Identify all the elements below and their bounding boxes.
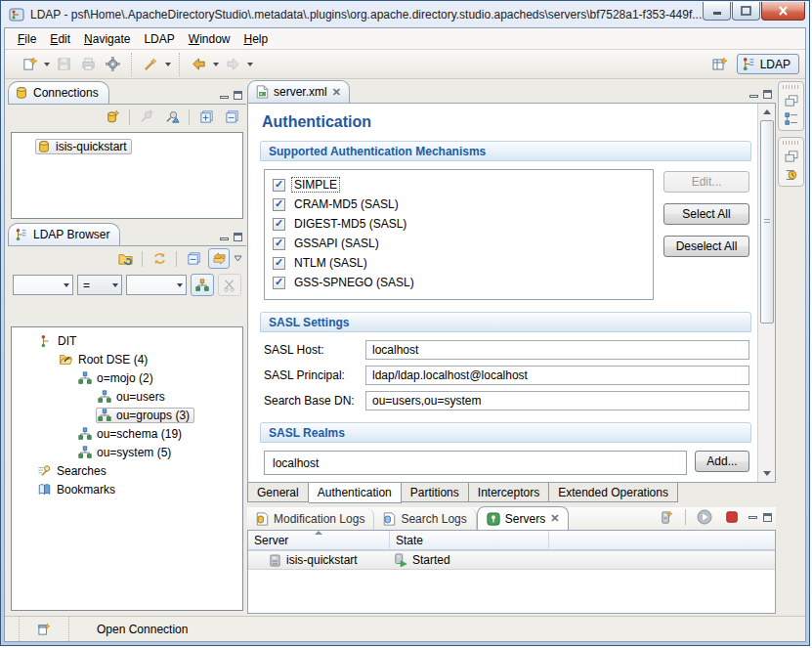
checkbox-gss-spnego[interactable] [273,277,285,289]
page-tab-partitions[interactable]: Partitions [402,483,469,502]
refresh-button[interactable] [149,248,170,270]
tree-item-bookmarks[interactable]: Bookmarks [12,480,242,498]
page-tab-interceptors[interactable]: Interceptors [469,483,549,502]
connection-item[interactable]: isis-quickstart [35,139,132,154]
expand-all-button[interactable] [195,107,217,128]
close-button[interactable] [761,2,805,21]
new-wizard-button[interactable] [19,54,40,75]
search-base-dn-input[interactable]: ou=users,ou=system [365,391,749,410]
editor-maximize-icon[interactable] [763,90,772,99]
column-header-state[interactable]: State [390,531,549,549]
edit-button[interactable]: Edit... [663,171,749,193]
quick-search-scope-button[interactable] [191,274,214,296]
editor-tab-close-icon[interactable]: ✕ [332,86,341,99]
tab-modification-logs[interactable]: Modification Logs [247,508,374,530]
menu-navigate[interactable]: Navigate [77,30,137,48]
drag-handle[interactable] [783,141,799,145]
new-wizard-caret[interactable] [44,63,50,66]
back-caret[interactable] [213,63,219,66]
start-server-button[interactable] [694,506,715,528]
menu-help[interactable]: Help [236,30,275,48]
print-button[interactable] [77,54,99,75]
scroll-down-icon[interactable] [763,471,771,476]
forward-button[interactable] [222,54,243,75]
tree-item-groups[interactable]: ou=groups (3) [96,408,194,423]
tree-item-users[interactable]: ou=users [12,387,242,406]
open-perspective-button[interactable] [709,54,731,75]
checkbox-simple[interactable] [273,179,285,192]
sasl-host-input[interactable]: localhost [365,340,749,360]
logs-minimize-icon[interactable] [748,516,757,519]
disconnect-button[interactable] [161,107,183,128]
minimize-button[interactable] [703,2,731,21]
settings-button[interactable] [102,54,123,75]
new-server-button[interactable] [656,506,677,528]
servers-icon [487,512,500,526]
progress-icon[interactable] [785,168,798,182]
editor-minimize-icon[interactable] [749,95,758,98]
server-row[interactable]: isis-quickstart Started [248,550,775,570]
restore-icon[interactable] [785,151,798,162]
column-header-server[interactable]: Server [248,531,390,549]
quick-search-run-button[interactable] [218,274,241,296]
add-realm-button[interactable]: Add... [695,451,749,472]
tab-servers[interactable]: Servers ✕ [477,506,570,530]
tree-item-searches[interactable]: Searches [12,461,242,480]
restore-icon[interactable] [785,95,798,107]
realms-list[interactable]: localhost [264,451,687,475]
editor-scrollbar[interactable] [757,104,775,482]
page-tab-extended-operations[interactable]: Extended Operations [549,483,678,502]
checkbox-digest-md5[interactable] [273,218,285,231]
tree-item-dit[interactable]: DIT [12,331,242,350]
new-connection-button[interactable] [102,107,123,128]
checkbox-ntlm[interactable] [273,257,285,270]
menu-ldap[interactable]: LDAP [137,30,181,48]
connect-button[interactable] [136,107,157,128]
connections-maximize-icon[interactable] [234,91,242,100]
menu-edit[interactable]: Edit [43,30,77,48]
page-tab-authentication[interactable]: Authentication [309,483,402,503]
tree-item-rootdse[interactable]: Root DSE (4) [12,350,242,368]
outline-icon[interactable] [785,112,798,126]
logs-maximize-icon[interactable] [763,513,772,522]
deselect-all-button[interactable]: Deselect All [663,236,749,257]
refresh-folder-button[interactable] [114,248,136,270]
servers-tab-close-icon[interactable]: ✕ [550,512,559,525]
perspective-ldap-button[interactable]: LDAP [737,54,799,74]
ldap-browser-view-tab[interactable]: LDAP Browser [8,223,120,245]
stop-server-button[interactable] [721,506,743,528]
search-caret[interactable] [165,63,171,66]
scrollbar-thumb[interactable] [760,120,774,324]
tab-search-logs[interactable]: Search Logs [374,508,476,530]
maximize-button[interactable] [732,2,760,21]
fast-view-area[interactable] [19,617,69,641]
browser-minimize-icon[interactable] [220,238,229,240]
menu-file[interactable]: File [11,30,43,48]
search-button[interactable] [140,54,161,75]
sasl-principal-input[interactable]: ldap/ldap.localhost@localhost [365,366,749,385]
checkbox-cram-md5[interactable] [273,198,285,211]
connections-minimize-icon[interactable] [220,96,229,99]
save-button[interactable] [53,54,74,75]
drag-handle[interactable] [783,85,799,89]
browser-collapse-all-button[interactable] [183,248,204,270]
page-tab-general[interactable]: General [247,483,309,502]
view-menu-caret-icon[interactable] [234,255,242,262]
forward-caret[interactable] [247,63,253,66]
menu-window[interactable]: Window [182,30,237,48]
collapse-all-button[interactable] [221,107,242,128]
filter-value-combo[interactable] [126,275,187,295]
scroll-up-icon[interactable] [763,109,771,114]
connections-view-tab[interactable]: Connections [8,81,109,104]
checkbox-gssapi[interactable] [273,238,285,250]
select-all-button[interactable]: Select All [663,203,749,225]
tree-item-schema[interactable]: ou=schema (19) [12,424,242,443]
back-button[interactable] [188,54,209,75]
editor-tab-serverxml[interactable]: server.xml ✕ [247,80,350,103]
filter-attribute-combo[interactable] [13,275,73,295]
link-editor-button[interactable] [208,248,230,269]
filter-operator-combo[interactable]: = [77,275,122,295]
tree-item-system[interactable]: ou=system (5) [12,443,242,461]
browser-maximize-icon[interactable] [234,233,242,241]
tree-item-mojo[interactable]: o=mojo (2) [12,368,242,387]
